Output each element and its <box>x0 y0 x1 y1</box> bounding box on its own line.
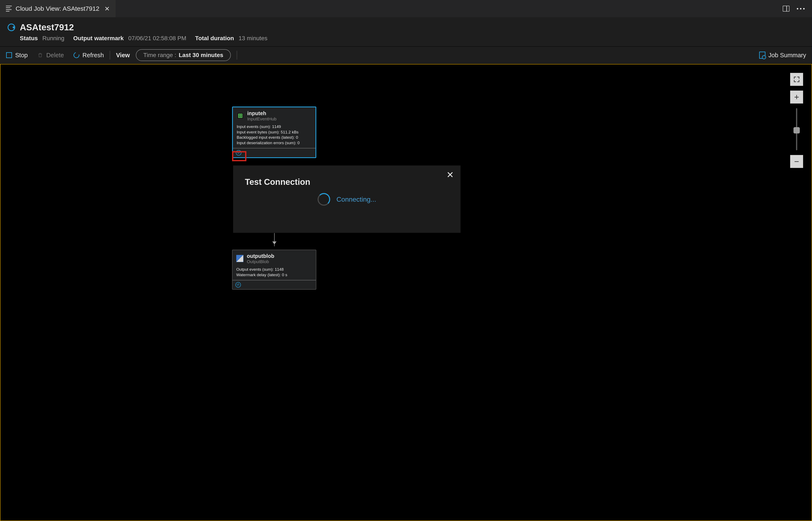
metric-row: Watermark delay (latest): 0 s <box>236 272 312 278</box>
test-connection-icon[interactable] <box>234 281 242 289</box>
view-button[interactable]: View <box>116 52 130 59</box>
tab-bar: Cloud Job View: ASAtest7912 ✕ ••• <box>0 0 812 17</box>
stop-icon <box>6 52 12 58</box>
delete-label: Delete <box>46 52 64 59</box>
close-icon[interactable]: ✕ <box>447 171 454 179</box>
active-tab[interactable]: Cloud Job View: ASAtest7912 ✕ <box>0 0 116 17</box>
spinner-icon <box>318 193 330 206</box>
output-node-type: OutputBlob <box>247 259 274 264</box>
test-connection-dialog: ✕ Test Connection Connecting... <box>233 165 460 233</box>
dialog-status: Connecting... <box>337 196 376 203</box>
dialog-title: Test Connection <box>233 165 460 189</box>
refresh-icon <box>73 52 80 58</box>
status-field: Status Running <box>20 35 64 42</box>
job-header: ASAtest7912 Status Running Output waterm… <box>0 17 812 47</box>
trash-icon <box>37 52 43 58</box>
zoom-slider-thumb[interactable] <box>793 127 800 133</box>
output-node-footer <box>232 280 316 289</box>
refresh-button[interactable]: Refresh <box>73 52 104 59</box>
output-node[interactable]: outputblob OutputBlob Output events (sum… <box>232 250 316 290</box>
metric-row: Input event bytes (sum): 511.2 kBs <box>237 130 312 135</box>
input-node[interactable]: inputeh InputEventHub Input events (sum)… <box>232 107 316 158</box>
zoom-slider[interactable] <box>796 108 797 150</box>
input-node-type: InputEventHub <box>247 116 276 121</box>
blob-icon <box>236 255 244 262</box>
summary-icon <box>759 51 765 59</box>
time-range-value: Last 30 minutes <box>179 52 223 59</box>
input-node-name: inputeh <box>247 110 276 116</box>
metric-row: Output events (sum): 1148 <box>236 267 312 272</box>
view-label: View <box>116 52 130 59</box>
tab-title: Cloud Job View: ASAtest7912 <box>16 5 99 12</box>
zoom-out-button[interactable]: − <box>790 155 803 168</box>
input-node-footer <box>233 148 315 157</box>
metric-row: Input events (sum): 1149 <box>237 124 312 130</box>
zoom-in-button[interactable]: + <box>790 91 803 104</box>
asa-logo-icon <box>7 24 15 31</box>
separator <box>237 51 237 60</box>
watermark-label: Output watermark <box>73 35 124 42</box>
delete-button[interactable]: Delete <box>37 52 64 59</box>
watermark-field: Output watermark 07/06/21 02:58:08 PM <box>73 35 186 42</box>
time-range-label: Time range : <box>143 52 176 59</box>
fit-icon <box>794 76 799 82</box>
fit-to-screen-button[interactable] <box>790 73 803 86</box>
time-range-dropdown[interactable]: Time range : Last 30 minutes <box>136 49 231 61</box>
separator <box>110 51 110 60</box>
split-editor-icon[interactable] <box>783 6 789 12</box>
zoom-controls: + − <box>790 73 803 168</box>
flow-arrow <box>274 233 275 246</box>
duration-label: Total duration <box>195 35 234 42</box>
job-summary-button[interactable]: Job Summary <box>759 51 806 59</box>
metric-row: Backlogged input events (latest): 0 <box>237 135 312 140</box>
output-node-name: outputblob <box>247 253 274 259</box>
job-name: ASAtest7912 <box>20 22 74 32</box>
diagram-canvas[interactable]: inputeh InputEventHub Input events (sum)… <box>0 64 812 521</box>
close-icon[interactable]: ✕ <box>105 5 110 13</box>
input-node-metrics: Input events (sum): 1149 Input event byt… <box>233 123 315 148</box>
status-value: Running <box>42 35 64 42</box>
job-summary-label: Job Summary <box>768 52 806 59</box>
duration-field: Total duration 13 minutes <box>195 35 267 42</box>
watermark-value: 07/06/21 02:58:08 PM <box>128 35 186 42</box>
stop-button[interactable]: Stop <box>6 52 28 59</box>
eventhub-icon <box>237 112 244 119</box>
more-icon[interactable]: ••• <box>797 5 806 12</box>
refresh-label: Refresh <box>83 52 104 59</box>
duration-value: 13 minutes <box>239 35 267 42</box>
output-node-metrics: Output events (sum): 1148 Watermark dela… <box>232 266 316 280</box>
stop-label: Stop <box>15 52 28 59</box>
test-connection-icon[interactable] <box>235 149 242 157</box>
metric-row: Input deserialization errors (sum): 0 <box>237 140 312 146</box>
document-icon <box>6 6 12 12</box>
toolbar: Stop Delete Refresh View Time range : La… <box>0 47 812 64</box>
status-label: Status <box>20 35 38 42</box>
